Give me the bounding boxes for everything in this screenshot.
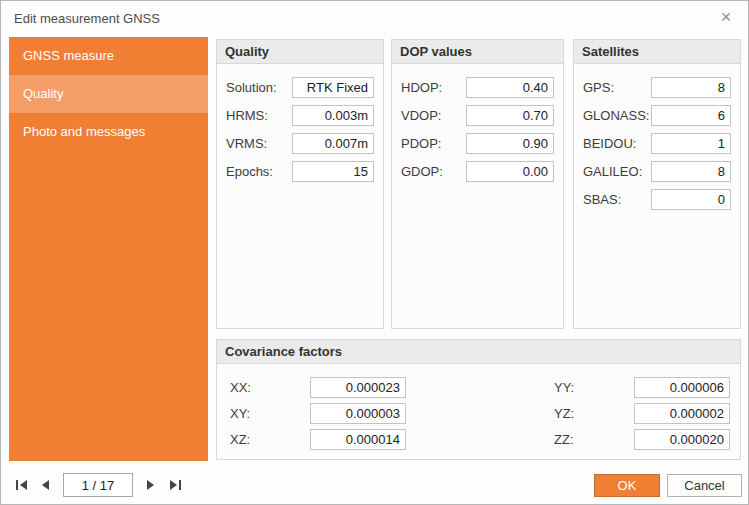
solution-row: Solution:: [226, 77, 374, 98]
ok-button[interactable]: OK: [594, 474, 660, 497]
vrms-label: VRMS:: [226, 136, 267, 151]
previous-page-button[interactable]: [33, 473, 57, 497]
covariance-factors-panel: Covariance factors XX: XY: XZ: YY:: [216, 339, 741, 460]
sbas-row: SBAS:: [583, 189, 731, 210]
xy-label: XY:: [230, 406, 250, 421]
pdop-label: PDOP:: [401, 136, 441, 151]
gps-label: GPS:: [583, 80, 614, 95]
xz-label: XZ:: [230, 432, 250, 447]
previous-page-icon: [39, 479, 51, 491]
glonass-row: GLONASS:: [583, 105, 731, 126]
covariance-left-column: XX: XY: XZ:: [230, 377, 406, 455]
xy-row: XY:: [230, 403, 406, 424]
last-page-icon: [169, 479, 182, 491]
titlebar: Edit measurement GNSS ×: [1, 1, 748, 35]
yy-label: YY:: [554, 380, 574, 395]
covariance-factors-panel-title: Covariance factors: [217, 340, 740, 364]
pdop-row: PDOP:: [401, 133, 554, 154]
glonass-input[interactable]: [651, 105, 731, 126]
yz-label: YZ:: [554, 406, 574, 421]
beidou-label: BEIDOU:: [583, 136, 636, 151]
vdop-label: VDOP:: [401, 108, 441, 123]
solution-input[interactable]: [292, 77, 374, 98]
sbas-input[interactable]: [651, 189, 731, 210]
hrms-input[interactable]: [292, 105, 374, 126]
epochs-label: Epochs:: [226, 164, 273, 179]
vdop-row: VDOP:: [401, 105, 554, 126]
zz-input[interactable]: [634, 429, 730, 450]
covariance-right-column: YY: YZ: ZZ:: [554, 377, 730, 455]
next-page-button[interactable]: [139, 473, 163, 497]
xx-label: XX:: [230, 380, 251, 395]
beidou-input[interactable]: [651, 133, 731, 154]
sidebar-item-quality[interactable]: Quality: [9, 75, 208, 113]
vrms-input[interactable]: [292, 133, 374, 154]
gps-row: GPS:: [583, 77, 731, 98]
yy-input[interactable]: [634, 377, 730, 398]
solution-label: Solution:: [226, 80, 277, 95]
zz-label: ZZ:: [554, 432, 574, 447]
xy-input[interactable]: [310, 403, 406, 424]
sidebar-item-gnss-measure[interactable]: GNSS measure: [9, 37, 208, 75]
epochs-input[interactable]: [292, 161, 374, 182]
yz-row: YZ:: [554, 403, 730, 424]
first-page-icon: [15, 479, 28, 491]
epochs-row: Epochs:: [226, 161, 374, 182]
gdop-input[interactable]: [466, 161, 554, 182]
dop-values-panel: DOP values HDOP: VDOP: PDOP: GDOP:: [391, 39, 564, 329]
edit-measurement-gnss-dialog: Edit measurement GNSS × GNSS measure Qua…: [0, 0, 749, 505]
hdop-input[interactable]: [466, 77, 554, 98]
hdop-label: HDOP:: [401, 80, 442, 95]
xx-input[interactable]: [310, 377, 406, 398]
galileo-label: GALILEO:: [583, 164, 642, 179]
satellites-panel: Satellites GPS: GLONASS: BEIDOU: GALILEO…: [573, 39, 741, 329]
galileo-input[interactable]: [651, 161, 731, 182]
close-icon[interactable]: ×: [716, 7, 736, 27]
hrms-label: HRMS:: [226, 108, 268, 123]
sidebar: GNSS measure Quality Photo and messages: [9, 37, 208, 461]
zz-row: ZZ:: [554, 429, 730, 450]
xz-row: XZ:: [230, 429, 406, 450]
xx-row: XX:: [230, 377, 406, 398]
quality-panel: Quality Solution: HRMS: VRMS: Epochs:: [216, 39, 384, 329]
galileo-row: GALILEO:: [583, 161, 731, 182]
sidebar-item-photo-and-messages[interactable]: Photo and messages: [9, 113, 208, 151]
last-page-button[interactable]: [163, 473, 187, 497]
page-indicator-input[interactable]: [63, 473, 133, 497]
vrms-row: VRMS:: [226, 133, 374, 154]
vdop-input[interactable]: [466, 105, 554, 126]
gps-input[interactable]: [651, 77, 731, 98]
gdop-row: GDOP:: [401, 161, 554, 182]
satellites-panel-title: Satellites: [574, 40, 740, 64]
hrms-row: HRMS:: [226, 105, 374, 126]
cancel-button[interactable]: Cancel: [667, 474, 742, 497]
yz-input[interactable]: [634, 403, 730, 424]
xz-input[interactable]: [310, 429, 406, 450]
first-page-button[interactable]: [9, 473, 33, 497]
glonass-label: GLONASS:: [583, 108, 649, 123]
pdop-input[interactable]: [466, 133, 554, 154]
sbas-label: SBAS:: [583, 192, 621, 207]
dialog-title: Edit measurement GNSS: [14, 11, 160, 26]
dop-values-panel-title: DOP values: [392, 40, 563, 64]
beidou-row: BEIDOU:: [583, 133, 731, 154]
gdop-label: GDOP:: [401, 164, 443, 179]
quality-panel-title: Quality: [217, 40, 383, 64]
hdop-row: HDOP:: [401, 77, 554, 98]
pagination: [9, 473, 187, 497]
next-page-icon: [145, 479, 157, 491]
yy-row: YY:: [554, 377, 730, 398]
